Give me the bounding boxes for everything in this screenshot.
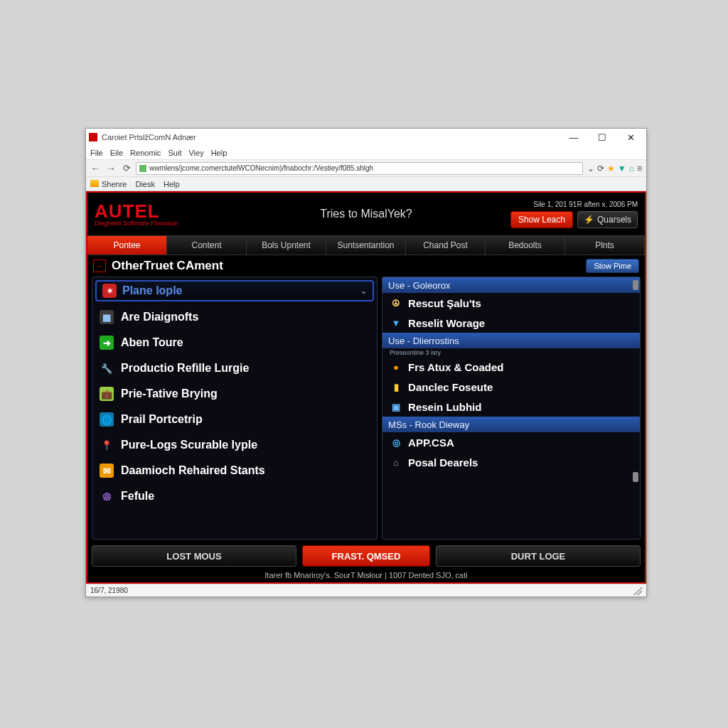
frast-qmsed-button[interactable]: FRAST. QMSED <box>302 545 430 567</box>
group-item-icon: ⌂ <box>390 456 402 469</box>
url-field[interactable]: wwmlens/jcome.comerctutelWCONecnim)/fnab… <box>136 162 583 175</box>
tab-pontee[interactable]: Pontee <box>87 236 167 255</box>
group-item-label: Frs Atux & Coaded <box>408 361 503 373</box>
refresh-small-icon[interactable]: ⟳ <box>597 164 604 173</box>
dropdown-icon-red: ✶ <box>102 284 117 298</box>
app-header: AUTEL Diegnesti Softmare Floussion Tries… <box>87 193 645 235</box>
menu-viey[interactable]: Viey <box>188 149 203 157</box>
left-pane: ✶ Plane Iople ⌄ ▦Are Diaignofts➜Aben Tou… <box>92 277 378 540</box>
group-item-1-2[interactable]: ▣Resein Lubhid <box>382 397 640 417</box>
menu-help[interactable]: Help <box>211 149 228 157</box>
window-title: Caroiet PrtslžComN Adnær <box>102 133 564 141</box>
resize-grip[interactable] <box>633 587 642 595</box>
left-item-label: Fefule <box>121 490 154 503</box>
tab-bedoolts[interactable]: Bedoolts <box>486 236 565 255</box>
shield-icon[interactable]: ▼ <box>618 164 626 173</box>
app-window: Caroiet PrtslžComN Adnær — ☐ ✕ File Eile… <box>85 128 647 597</box>
menu-suit[interactable]: Suit <box>168 149 181 157</box>
folder-icon <box>90 180 99 187</box>
menu-renomic[interactable]: Renomic <box>130 149 161 157</box>
mail-icon: ✉ <box>100 464 114 478</box>
reload-button[interactable]: ⟳ <box>120 162 133 175</box>
tab-content[interactable]: Content <box>167 236 247 255</box>
left-item-label: Prie-Tative Brying <box>121 387 218 400</box>
plane-iople-dropdown[interactable]: ✶ Plane Iople ⌄ <box>95 280 374 301</box>
close-button[interactable]: ✕ <box>621 131 641 144</box>
stow-pime-button[interactable]: Stow Pime <box>586 259 639 273</box>
group-item-label: APP.CSA <box>408 437 454 449</box>
minimize-button[interactable]: — <box>564 131 584 144</box>
arrow-icon: ➜ <box>100 336 114 350</box>
group-item-icon: ▮ <box>390 380 402 393</box>
left-item-3[interactable]: 💼Prie-Tative Brying <box>92 381 377 407</box>
bookmarks-bar: Shenre Diesk Help <box>86 177 646 191</box>
group-item-1-0[interactable]: ●Frs Atux & Coaded <box>382 357 640 377</box>
logo-subtitle: Diegnesti Softmare Floussion <box>95 220 178 227</box>
maximize-button[interactable]: ☐ <box>592 131 612 144</box>
bottom-buttons: LOST MOUS FRAST. QMSED DURT LOGE <box>87 542 645 569</box>
panes: ✶ Plane Iople ⌄ ▦Are Diaignofts➜Aben Tou… <box>87 277 645 542</box>
app-content: AUTEL Diegnesti Softmare Floussion Tries… <box>86 191 646 584</box>
left-item-label: Productio Refìlle Lurgie <box>121 362 249 375</box>
case-icon: 💼 <box>100 387 114 401</box>
back-button[interactable]: ← <box>89 162 102 175</box>
group-item-2-0[interactable]: ◎APP.CSA <box>382 432 640 452</box>
quarsels-button[interactable]: ⚡Quarsels <box>577 211 638 228</box>
bookmark-shenre[interactable]: Shenre <box>90 180 127 188</box>
footer-note: Itarer fb Mnariroy's. SourT Misłour | 10… <box>87 569 645 582</box>
menu-file[interactable]: File <box>90 149 103 157</box>
tab-chand-post[interactable]: Chand Post <box>406 236 486 255</box>
left-item-5[interactable]: 📍Pure-Logs Scurable Iyple <box>92 432 377 458</box>
left-item-7[interactable]: 🏵Fefule <box>92 483 377 509</box>
wrench-icon: 🔧 <box>100 361 114 375</box>
bolt-icon: ⚡ <box>584 215 594 225</box>
home-icon[interactable]: ⌂ <box>629 164 634 173</box>
scrollbar[interactable] <box>633 280 638 290</box>
left-item-1[interactable]: ➜Aben Toure <box>92 330 377 355</box>
status-text: 16/7, 21980 <box>90 587 128 594</box>
header-date: Sile 1, 201 91R aften x. 2006 PM <box>533 200 638 208</box>
url-text: wwmlens/jcome.comerctutelWCONecnim)/fnab… <box>149 164 373 172</box>
section-title-row: ↔ OtherTruet CAment Stow Pime <box>87 255 645 277</box>
left-item-6[interactable]: ✉Daamioch Rehaired Stants <box>92 458 377 483</box>
group-item-2-1[interactable]: ⌂Posal Dearels <box>382 452 640 472</box>
lost-mous-button[interactable]: LOST MOUS <box>92 545 296 567</box>
group-item-1-1[interactable]: ▮Danclec Foseute <box>382 377 640 397</box>
titlebar: Caroiet PrtslžComN Adnær — ☐ ✕ <box>86 129 646 146</box>
right-pane: Use - Goleorox☮Rescut Şalu'ts▼Reselit Wo… <box>382 277 641 540</box>
header-prompt: Tries to MisalYek? <box>320 208 412 220</box>
tab-plnts[interactable]: Plnts <box>565 236 645 255</box>
left-item-0[interactable]: ▦Are Diaignofts <box>92 304 377 330</box>
menubar: File Eile Renomic Suit Viey Help <box>86 146 646 160</box>
tab-suntsentation[interactable]: Suntsentantion <box>326 236 406 255</box>
dropdown-selected: Plane Iople <box>122 284 182 297</box>
dropdown-icon[interactable]: ⌄ <box>587 164 594 173</box>
group-item-0-0[interactable]: ☮Rescut Şalu'ts <box>382 293 640 313</box>
hamburger-icon[interactable]: ≡ <box>637 164 642 173</box>
bookmark-help[interactable]: Help <box>164 180 180 188</box>
star-icon[interactable]: ★ <box>607 164 615 173</box>
scrollbar[interactable] <box>633 472 638 482</box>
lock-icon <box>139 165 146 172</box>
forward-button[interactable]: → <box>105 162 117 175</box>
left-item-label: Prail Portcetrip <box>121 413 203 426</box>
group-item-label: Reselit Worage <box>408 317 485 329</box>
show-leach-button[interactable]: Show Leach <box>510 211 573 228</box>
left-item-4[interactable]: 🌐Prail Portcetrip <box>92 407 377 432</box>
group-item-0-1[interactable]: ▼Reselit Worage <box>382 313 640 333</box>
group-header-2: MSs - Rook Dieway <box>382 417 640 432</box>
group-item-label: Posal Dearels <box>408 456 478 469</box>
durt-loge-button[interactable]: DURT LOGE <box>436 545 641 567</box>
menu-eile[interactable]: Eile <box>110 149 123 157</box>
group-item-icon: ● <box>390 360 402 373</box>
left-item-2[interactable]: 🔧Productio Refìlle Lurgie <box>92 355 377 381</box>
logo-text: AUTEL <box>95 202 178 220</box>
group-item-icon: ▣ <box>390 400 402 413</box>
group-item-label: Rescut Şalu'ts <box>408 297 481 309</box>
section-title: OtherTruet CAment <box>112 259 580 273</box>
tab-bols-upntent[interactable]: Bols Upntent <box>247 236 326 255</box>
left-item-label: Pure-Logs Scurable Iyple <box>121 439 257 451</box>
group-item-icon: ☮ <box>390 296 402 309</box>
group-item-label: Resein Lubhid <box>408 401 481 413</box>
bookmark-diesk[interactable]: Diesk <box>135 180 155 188</box>
